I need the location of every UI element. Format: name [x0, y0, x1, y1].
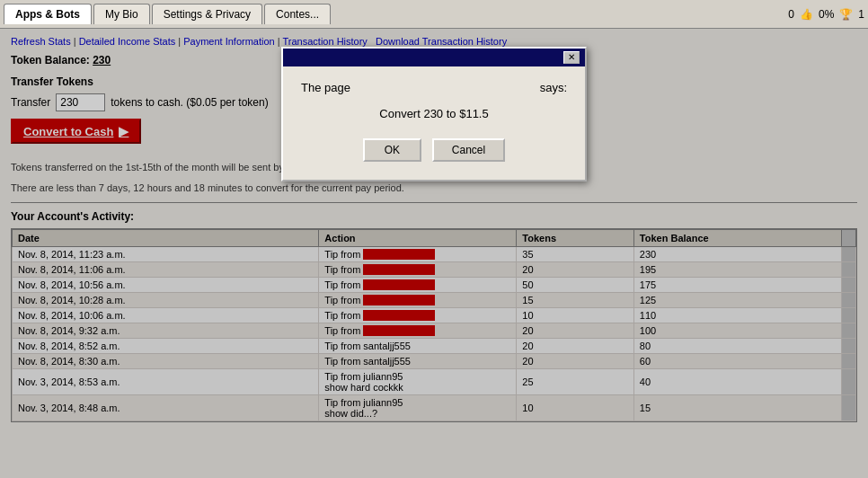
dialog-close-button[interactable]: ✕	[563, 51, 580, 64]
dialog-cancel-button[interactable]: Cancel	[432, 138, 505, 162]
thumb-icon: 👍	[800, 8, 813, 21]
tab-apps-bots[interactable]: Apps & Bots	[4, 4, 92, 24]
tab-contests[interactable]: Contes...	[264, 4, 331, 24]
dialog-titlebar: ✕	[283, 49, 585, 66]
badge-num: 1	[858, 8, 864, 21]
dialog-ok-button[interactable]: OK	[363, 138, 421, 162]
dialog-header-row: The page says:	[301, 81, 567, 94]
dialog-overlay: ✕ The page says: Convert 230 to $11.5 OK…	[0, 29, 868, 478]
dialog-title-left: The page	[301, 81, 350, 94]
tab-settings-privacy[interactable]: Settings & Privacy	[152, 4, 262, 24]
main-content: Refresh Stats | Detailed Income Stats | …	[0, 29, 868, 478]
dialog-title-right: says:	[540, 81, 567, 94]
dialog-buttons: OK Cancel	[301, 138, 567, 171]
dialog-box: ✕ The page says: Convert 230 to $11.5 OK…	[281, 47, 587, 181]
trophy-icon: 🏆	[839, 8, 853, 21]
percent-label: 0%	[819, 8, 834, 21]
dialog-message: Convert 230 to $11.5	[301, 107, 567, 120]
top-right-info: 0 👍 0% 🏆 1	[788, 8, 864, 21]
top-navigation: Apps & Bots My Bio Settings & Privacy Co…	[0, 0, 868, 29]
dialog-body: The page says: Convert 230 to $11.5 OK C…	[283, 66, 585, 180]
tab-my-bio[interactable]: My Bio	[93, 4, 150, 24]
count-label: 0	[788, 8, 794, 21]
